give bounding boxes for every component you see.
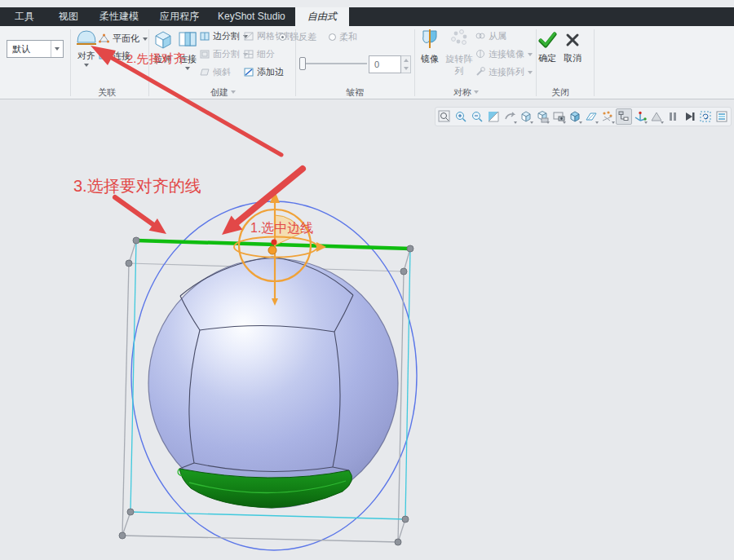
manipulator-center-point[interactable] — [272, 240, 277, 245]
zoom-in-icon[interactable] — [453, 108, 469, 125]
spinner-up-button[interactable] — [401, 56, 410, 64]
group-symmetry-label[interactable]: 对称 — [453, 86, 479, 98]
view-manager-icon[interactable] — [534, 108, 550, 125]
group-assoc-text: 关联 — [98, 86, 116, 99]
connect-icon — [99, 51, 109, 62]
menu-applications[interactable]: 应用程序 — [160, 7, 199, 26]
planarize-button[interactable]: 平面化 — [99, 33, 148, 45]
align-button[interactable]: 对齐 — [72, 29, 101, 67]
menu-tools[interactable]: 工具 — [15, 7, 34, 26]
display-style-icon[interactable] — [567, 108, 583, 125]
graphics-toolbar — [435, 107, 732, 126]
chevron-up-icon — [404, 59, 409, 62]
model-scene[interactable] — [0, 99, 734, 560]
extrude-label: 拉伸 — [154, 53, 172, 65]
crease-soft-label: 柔和 — [339, 31, 357, 43]
connect-mirror-label: 连接镜像 — [489, 48, 524, 60]
group-close-text: 关闭 — [551, 86, 569, 99]
group-separator — [70, 29, 71, 96]
group-crease-text: 皱褶 — [346, 86, 364, 99]
edge-split-button[interactable]: 边分割 — [200, 30, 248, 42]
zoom-out-icon[interactable] — [469, 108, 485, 125]
align-dome-icon — [75, 29, 98, 48]
add-edge-label: 添加边 — [257, 66, 284, 78]
resume-icon[interactable] — [681, 108, 697, 125]
connect-button[interactable]: 连接 — [99, 50, 130, 62]
menu-keyshot-studio[interactable]: KeyShot Studio — [218, 7, 285, 26]
chevron-down-icon — [528, 53, 533, 56]
menu-flexible-modeling[interactable]: 柔性建模 — [99, 7, 139, 26]
group-close-label: 关闭 — [551, 86, 569, 98]
crease-soft-radio: 柔和 — [329, 31, 357, 43]
tree-filter-icon[interactable] — [616, 108, 632, 125]
repaint-icon[interactable] — [502, 108, 518, 125]
planarize-icon — [99, 33, 109, 45]
add-edge-button[interactable]: 添加边 — [244, 66, 284, 78]
crease-spinner[interactable] — [401, 55, 411, 73]
pause-icon[interactable] — [665, 108, 681, 125]
show-panel-icon[interactable] — [714, 108, 730, 125]
regenerate-icon[interactable] — [697, 108, 714, 125]
radio-icon — [279, 33, 286, 41]
group-create-label[interactable]: 创建 — [210, 86, 236, 98]
tab-freestyle-active[interactable]: 自由式 — [295, 7, 349, 26]
edge-split-icon — [200, 31, 210, 42]
crease-hard-radio: 强反差 — [279, 31, 316, 43]
chevron-down-icon — [143, 37, 148, 41]
chevron-down-icon — [231, 90, 236, 94]
edit-appearance-icon[interactable] — [599, 108, 616, 125]
dependent-button: 从属 — [475, 30, 506, 42]
add-edge-icon — [244, 67, 254, 78]
crease-slider-track[interactable] — [300, 63, 367, 64]
ok-button[interactable]: 确定 — [535, 31, 559, 64]
ok-label: 确定 — [538, 52, 556, 64]
preset-value: 默认 — [7, 43, 51, 55]
ribbon: 默认 对齐 平面化 连接 — [0, 26, 734, 99]
group-create-text: 创建 — [210, 86, 228, 99]
graphics-viewport[interactable] — [0, 99, 734, 560]
subdivide-label: 细分 — [257, 48, 275, 60]
face-split-icon — [200, 49, 210, 60]
manipulator-right-arrow[interactable] — [316, 242, 326, 252]
tilt-button: 倾斜 — [200, 66, 231, 78]
subdivide-icon — [244, 49, 254, 60]
manipulator-angle-wedge[interactable] — [275, 215, 303, 245]
preset-dropdown-button[interactable] — [51, 41, 63, 57]
cancel-button[interactable]: 取消 — [561, 31, 584, 64]
chevron-down-icon — [185, 67, 190, 70]
create-connect-icon — [177, 29, 198, 51]
application-window: 工具 视图 柔性建模 应用程序 KeyShot Studio 自由式 默认 对齐 — [0, 0, 734, 560]
rotate-pattern-button: 旋转阵列 — [443, 29, 475, 77]
zoom-window-icon[interactable] — [436, 108, 453, 125]
menu-bar: 工具 视图 柔性建模 应用程序 KeyShot Studio 自由式 — [0, 7, 734, 26]
manipulator-origin-handle[interactable] — [268, 246, 276, 254]
group-symmetry-text: 对称 — [453, 86, 471, 99]
display-settings-icon[interactable] — [550, 108, 567, 125]
connect-mirror-icon — [475, 49, 485, 60]
face-split-button: 面分割 — [200, 48, 248, 60]
saved-orientations-icon[interactable] — [518, 108, 534, 125]
crease-value-input[interactable]: 0 — [369, 55, 401, 73]
extrude-button[interactable]: 拉伸 — [151, 29, 175, 65]
mirror-button[interactable]: 镜像 — [417, 29, 443, 65]
refit-icon[interactable] — [485, 108, 502, 125]
connect-pattern-label: 连接阵列 — [489, 66, 524, 78]
section-view-icon[interactable] — [583, 108, 599, 125]
menu-view[interactable]: 视图 — [59, 7, 78, 26]
cancel-label: 取消 — [564, 52, 581, 64]
chevron-down-icon — [404, 67, 409, 70]
window-top-strip — [0, 0, 734, 7]
create-connect-button[interactable]: 连接 — [175, 29, 200, 70]
datum-display-icon[interactable] — [632, 108, 648, 125]
spinner-down-button[interactable] — [401, 64, 410, 73]
preset-combobox[interactable]: 默认 — [7, 40, 64, 58]
crease-slider-handle[interactable] — [299, 57, 306, 70]
connect-pattern-button: 连接阵列 — [475, 66, 533, 78]
edge-split-label: 边分割 — [213, 30, 240, 42]
group-crease-label: 皱褶 — [346, 86, 364, 98]
annotation-display-icon[interactable] — [648, 108, 665, 125]
mirror-label: 镜像 — [421, 53, 439, 65]
rotate-pattern-label: 旋转阵列 — [443, 53, 475, 77]
subdivide-button: 细分 — [244, 48, 275, 60]
manipulator-up-arrow[interactable] — [270, 191, 280, 203]
